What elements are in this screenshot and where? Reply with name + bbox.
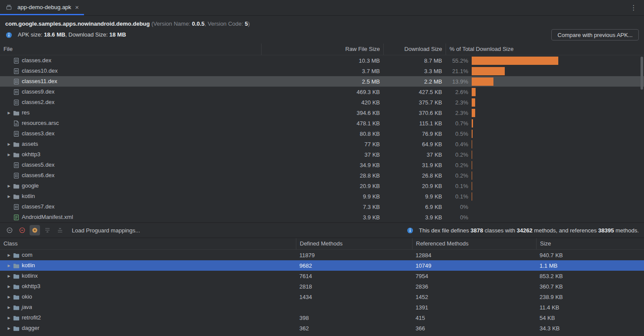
vertical-scrollbar-thumb[interactable] xyxy=(641,57,643,90)
raw-file-size-cell: 20.9 KB xyxy=(261,183,383,189)
pct-bar xyxy=(472,130,473,138)
raw-file-size-cell: 37 KB xyxy=(261,151,383,158)
file-name-cell: classes3.dex xyxy=(0,128,261,139)
column-header-referenced-methods[interactable]: Referenced Methods xyxy=(412,238,536,249)
expand-arrow-icon[interactable]: ▶ xyxy=(5,184,13,188)
expand-all-icon[interactable] xyxy=(42,225,53,235)
kebab-menu-icon[interactable]: ⋮ xyxy=(623,3,644,12)
tab-app-demo-debug-apk[interactable]: app-demo-debug.apk × xyxy=(0,0,84,15)
column-header-pct-of-total[interactable]: % of Total Download Size xyxy=(446,44,644,55)
class-table-header: Class Defined Methods Referenced Methods… xyxy=(0,238,644,250)
class-name-label: kotlin xyxy=(22,260,35,271)
referenced-methods-cell: 2836 xyxy=(412,283,536,290)
table-row[interactable]: classes7.dex7.3 KB6.9 KB0% xyxy=(0,202,644,212)
column-header-raw-file-size[interactable]: Raw File Size xyxy=(261,44,383,55)
expand-arrow-icon[interactable]: ▶ xyxy=(5,111,13,115)
column-header-size[interactable]: Size xyxy=(536,238,644,249)
load-proguard-mappings-button[interactable]: Load Proguard mappings... xyxy=(72,227,140,234)
table-row[interactable]: classes6.dex28.8 KB26.8 KB0.2% xyxy=(0,170,644,181)
size-cell: 238.9 KB xyxy=(536,294,644,300)
table-row[interactable]: classes11.dex2.5 MB2.2 MB13.9% xyxy=(0,76,644,87)
table-row[interactable]: ▶kotlin9.9 KB9.9 KB0.1% xyxy=(0,191,644,202)
pct-bar-cell xyxy=(468,140,628,148)
column-header-defined-methods[interactable]: Defined Methods xyxy=(296,238,412,249)
raw-file-size-cell: 34.9 KB xyxy=(261,162,383,168)
size-cell: 853.2 KB xyxy=(536,273,644,279)
table-row[interactable]: classes9.dex469.3 KB427.5 KB2.6% xyxy=(0,87,644,97)
table-row[interactable]: classes5.dex34.9 KB31.9 KB0.2% xyxy=(0,160,644,170)
table-row[interactable]: ▶assets77 KB64.9 KB0.4% xyxy=(0,139,644,149)
table-row[interactable]: ▶kotlinx76147954853.2 KB xyxy=(0,271,644,281)
pct-bar-cell xyxy=(468,119,628,128)
close-icon[interactable]: × xyxy=(74,4,80,10)
pct-of-total-cell: 2.3% xyxy=(446,99,468,106)
pct-bar-cell xyxy=(468,171,628,180)
compare-apk-button[interactable]: Compare with previous APK... xyxy=(551,29,639,40)
expand-arrow-icon[interactable]: ▶ xyxy=(5,306,13,309)
expand-arrow-icon[interactable]: ▶ xyxy=(5,153,13,157)
folder-icon xyxy=(13,193,20,200)
column-header-file[interactable]: File xyxy=(0,44,261,55)
expand-arrow-icon[interactable]: ▶ xyxy=(5,195,13,198)
collapse-all-icon[interactable] xyxy=(55,225,65,235)
table-row[interactable]: AndroidManifest.xml3.9 KB3.9 KB0% xyxy=(0,212,644,222)
folder-icon xyxy=(13,151,20,158)
table-row[interactable]: classes10.dex3.7 MB3.3 MB21.1% xyxy=(0,66,644,76)
pct-of-total-cell: 0.2% xyxy=(446,151,468,158)
expand-arrow-icon[interactable]: ▶ xyxy=(5,295,13,299)
package-icon xyxy=(13,325,20,332)
table-row[interactable]: ▶com1187912884940.7 KB xyxy=(0,250,644,260)
table-row[interactable]: ▶dagger36236634.3 KB xyxy=(0,323,644,333)
table-row[interactable]: ▶retrofit239841554 KB xyxy=(0,312,644,323)
dex-file-icon xyxy=(13,161,20,168)
expand-arrow-icon[interactable]: ▶ xyxy=(5,316,13,320)
pct-bar xyxy=(472,98,475,107)
download-size-cell: 3.3 MB xyxy=(383,68,446,74)
dex-summary: This dex file defines 3878 classes with … xyxy=(407,227,640,234)
table-row[interactable]: classes3.dex80.8 KB76.9 KB0.5% xyxy=(0,128,644,139)
table-row[interactable]: ▶google20.9 KB20.9 KB0.1% xyxy=(0,181,644,191)
pct-bar xyxy=(472,151,472,159)
table-row[interactable]: resources.arsc478.1 KB115.1 KB0.7% xyxy=(0,118,644,128)
show-referenced-nodes-icon[interactable] xyxy=(30,225,40,235)
show-fields-icon[interactable] xyxy=(4,225,15,235)
pct-bar-cell xyxy=(468,67,628,75)
file-name-label: classes7.dex xyxy=(22,202,54,212)
folder-icon xyxy=(13,109,20,116)
dex-file-icon xyxy=(13,99,20,106)
expand-arrow-icon[interactable]: ▶ xyxy=(5,253,13,257)
referenced-methods-cell: 1452 xyxy=(412,294,536,300)
expand-arrow-icon[interactable]: ▶ xyxy=(5,264,13,268)
size-cell: 1.1 MB xyxy=(536,262,644,269)
column-header-download-size[interactable]: Download Size xyxy=(383,44,446,55)
table-row[interactable]: ▶okhttp337 KB37 KB0.2% xyxy=(0,149,644,160)
file-name-cell: classes7.dex xyxy=(0,202,261,212)
table-row[interactable]: classes.dex10.3 MB8.7 MB55.2% xyxy=(0,55,644,66)
table-row[interactable]: classes2.dex420 KB375.7 KB2.3% xyxy=(0,97,644,108)
show-removed-nodes-icon[interactable] xyxy=(17,225,27,235)
pct-bar-cell xyxy=(468,182,628,190)
download-size-cell: 26.8 KB xyxy=(383,172,446,179)
file-name-label: google xyxy=(22,181,39,191)
pct-of-total-cell: 0% xyxy=(446,214,468,221)
file-name-label: classes5.dex xyxy=(22,160,54,170)
file-name-label: resources.arsc xyxy=(22,118,59,128)
package-icon xyxy=(13,304,20,311)
file-name-cell: classes.dex xyxy=(0,55,261,66)
table-row[interactable]: ▶kotlin9682107491.1 MB xyxy=(0,260,644,271)
expand-arrow-icon[interactable]: ▶ xyxy=(5,274,13,278)
download-size-cell: 2.2 MB xyxy=(383,78,446,85)
raw-file-size-cell: 3.7 MB xyxy=(261,68,383,74)
expand-arrow-icon[interactable]: ▶ xyxy=(5,142,13,146)
class-name-label: retrofit2 xyxy=(22,312,41,323)
column-header-class[interactable]: Class xyxy=(0,238,296,249)
download-size-cell: 3.9 KB xyxy=(383,214,446,221)
expand-arrow-icon[interactable]: ▶ xyxy=(5,285,13,289)
expand-arrow-icon[interactable]: ▶ xyxy=(5,326,13,330)
raw-file-size-cell: 80.8 KB xyxy=(261,131,383,137)
table-row[interactable]: ▶res394.6 KB370.6 KB2.3% xyxy=(0,108,644,118)
table-row[interactable]: ▶okio14341452238.9 KB xyxy=(0,292,644,302)
table-row[interactable]: ▶okhttp328182836360.7 KB xyxy=(0,281,644,292)
table-row[interactable]: ▶java139111.4 KB xyxy=(0,302,644,312)
defined-methods-cell: 398 xyxy=(296,315,412,321)
